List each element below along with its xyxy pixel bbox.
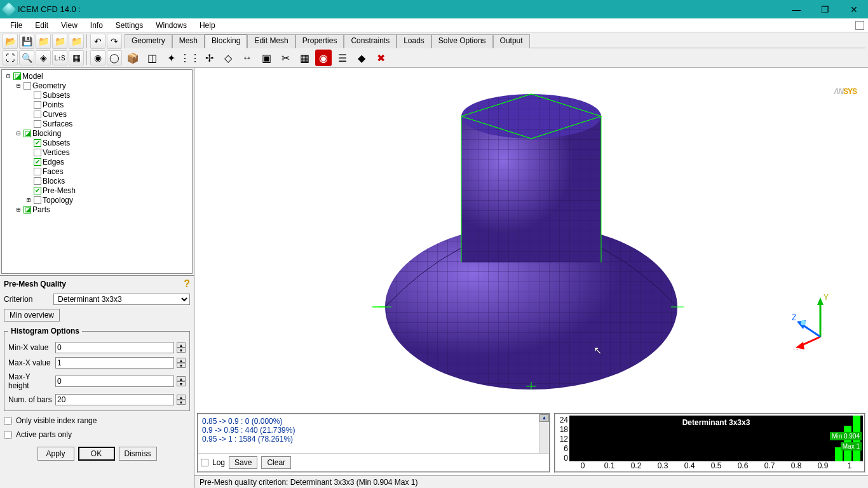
split-block-icon[interactable]: ◫ [144, 50, 160, 66]
edge-params-icon[interactable]: ⋮⋮ [182, 50, 198, 66]
tree-item-faces[interactable]: Faces [2, 166, 192, 176]
title-bar: ICEM CFD 14.0 : — ❐ ✕ [0, 0, 868, 18]
restore-panel-icon[interactable] [855, 21, 864, 30]
min-overview-button[interactable]: Min overview [4, 309, 60, 322]
tree-item-vertices[interactable]: Vertices [2, 147, 192, 157]
tab-output[interactable]: Output [493, 34, 530, 48]
criterion-select[interactable]: Determinant 3x3x3 [53, 294, 190, 305]
edit-block-icon[interactable]: ▣ [258, 50, 275, 66]
dismiss-button[interactable]: Dismiss [119, 447, 157, 461]
zoom-icon[interactable]: 🔍 [19, 50, 34, 65]
fit-view-icon[interactable]: ⛶ [3, 50, 18, 65]
tab-editmesh[interactable]: Edit Mesh [247, 34, 295, 48]
open-block-icon[interactable]: 📁 [69, 34, 84, 49]
only-visible-checkbox[interactable] [4, 417, 12, 425]
tree-item-pre-mesh[interactable]: ✔Pre-Mesh [2, 186, 192, 195]
window-title: ICEM CFD 14.0 : [18, 4, 782, 14]
menu-settings[interactable]: Settings [109, 20, 149, 31]
tab-geometry[interactable]: Geometry [125, 34, 172, 48]
ribbon-toolbar: 📦 ◫ ✦ ⋮⋮ ✢ ◇ ↔ ▣ ✂ ▦ ◉ ☰ ◆ ✖ [125, 48, 865, 66]
maxy-input[interactable] [55, 376, 174, 387]
maxx-spinner[interactable]: ▲▼ [177, 358, 186, 368]
tree-item-model[interactable]: ⊟◪Model [2, 71, 192, 81]
maximize-button[interactable]: ❐ [811, 0, 839, 18]
undo-icon[interactable]: ↶ [90, 34, 105, 49]
create-block-icon[interactable]: 📦 [125, 50, 141, 66]
maxy-spinner[interactable]: ▲▼ [177, 376, 186, 386]
apply-button[interactable]: Apply [37, 447, 74, 461]
svg-marker-14 [817, 297, 824, 305]
log-clear-button[interactable]: Clear [261, 456, 291, 469]
histogram-yaxis: 24 18 12 6 0 [558, 416, 569, 470]
minx-input[interactable] [55, 342, 174, 353]
menu-edit[interactable]: Edit [29, 20, 55, 31]
svg-text:X: X [793, 348, 798, 349]
criterion-label: Criterion [4, 295, 51, 304]
tree-item-subsets[interactable]: ✔Subsets [2, 138, 192, 147]
settings-icon[interactable]: ▦ [69, 50, 84, 65]
menu-windows[interactable]: Windows [149, 20, 193, 31]
open-file-icon[interactable]: 📂 [3, 34, 18, 49]
tree-item-edges[interactable]: ✔Edges [2, 157, 192, 166]
open-geom-icon[interactable]: 📁 [36, 34, 51, 49]
block-check-icon[interactable]: ▦ [296, 50, 313, 66]
close-button[interactable]: ✕ [839, 0, 868, 18]
ok-button[interactable]: OK [78, 447, 115, 461]
menu-file[interactable]: File [4, 20, 29, 31]
histogram[interactable]: 24 18 12 6 0 Determinant 3x3x3 Min 0.904… [554, 413, 865, 473]
redo-icon[interactable]: ↷ [107, 34, 122, 49]
tab-solveoptions[interactable]: Solve Options [431, 34, 493, 48]
minx-spinner[interactable]: ▲▼ [177, 342, 186, 353]
active-parts-checkbox[interactable] [4, 431, 12, 439]
tab-mesh[interactable]: Mesh [172, 34, 205, 48]
open-mesh-icon[interactable]: 📁 [52, 34, 67, 49]
smooth-icon[interactable]: ☰ [334, 50, 351, 66]
associate-icon[interactable]: ✢ [201, 50, 217, 66]
tree-item-surfaces[interactable]: Surfaces [2, 119, 192, 128]
tab-properties[interactable]: Properties [295, 34, 344, 48]
delete-block-icon[interactable]: ✖ [372, 50, 389, 66]
wire-icon[interactable]: ◯ [107, 50, 122, 65]
tree-item-topology[interactable]: ⊞Topology [2, 195, 192, 205]
menu-help[interactable]: Help [193, 20, 222, 31]
minimize-button[interactable]: — [782, 0, 811, 18]
log-scrollbar[interactable]: ▲ [539, 414, 549, 453]
bars-spinner[interactable]: ▲▼ [177, 395, 186, 405]
output-block-icon[interactable]: ◆ [353, 50, 370, 66]
merge-vertex-icon[interactable]: ✦ [163, 50, 179, 66]
tab-blocking[interactable]: Blocking [205, 34, 247, 48]
tab-loads[interactable]: Loads [397, 34, 431, 48]
model-tree[interactable]: ⊟◪Model⊟GeometrySubsetsPointsCurvesSurfa… [1, 69, 193, 274]
solid-icon[interactable]: ◉ [90, 50, 105, 65]
histogram-xaxis: 00.1 0.20.3 0.40.5 0.60.7 0.80.9 1 [569, 461, 863, 470]
menu-info[interactable]: Info [84, 20, 109, 31]
tree-item-subsets[interactable]: Subsets [2, 90, 192, 100]
3d-viewport[interactable]: ΛNSYS [194, 68, 868, 413]
tab-constraints[interactable]: Constraints [344, 34, 397, 48]
app-logo-icon [2, 2, 17, 17]
premesh-params-icon[interactable]: ✂ [277, 50, 294, 66]
tree-item-blocks[interactable]: Blocks [2, 176, 192, 186]
tree-item-curves[interactable]: Curves [2, 109, 192, 119]
log-checkbox[interactable] [201, 459, 208, 466]
left-pane: ⊟◪Model⊟GeometrySubsetsPointsCurvesSurfa… [0, 68, 194, 488]
iso-view-icon[interactable]: ◈ [36, 50, 51, 65]
axis-triad: Y X Z [792, 292, 849, 349]
log-line: 0.95 -> 1 : 1584 (78.261%) [202, 435, 545, 444]
log-save-button[interactable]: Save [229, 456, 257, 469]
axes-icon[interactable]: L↕S [52, 50, 67, 65]
tree-item-parts[interactable]: ⊞◪Parts [2, 205, 192, 214]
save-icon[interactable]: 💾 [19, 34, 34, 49]
menu-view[interactable]: View [55, 20, 84, 31]
bars-input[interactable] [55, 394, 174, 405]
move-vertex-icon[interactable]: ◇ [220, 50, 236, 66]
maxx-input[interactable] [55, 357, 174, 369]
help-icon[interactable]: ? [184, 278, 190, 290]
transform-icon[interactable]: ↔ [239, 50, 255, 66]
svg-text:Z: Z [792, 313, 796, 322]
tree-item-geometry[interactable]: ⊟Geometry [2, 81, 192, 90]
log-line: 0.85 -> 0.9 : 0 (0.000%) [202, 417, 545, 426]
tree-item-blocking[interactable]: ⊟◪Blocking [2, 128, 192, 138]
quality-icon[interactable]: ◉ [315, 50, 332, 66]
tree-item-points[interactable]: Points [2, 100, 192, 109]
